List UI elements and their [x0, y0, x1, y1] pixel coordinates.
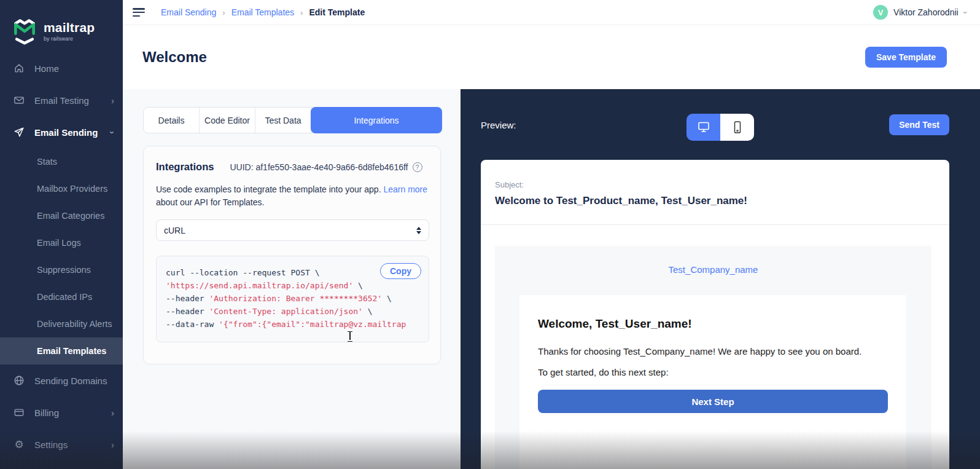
- breadcrumb-email-templates[interactable]: Email Templates: [231, 7, 294, 17]
- sidebar-nav: ⚙ Home Email Testing › Email Sending ›: [0, 52, 123, 460]
- sidebar-item-sending-domains[interactable]: Sending Domains: [0, 365, 123, 396]
- chevron-down-icon: ›: [108, 131, 117, 134]
- breadcrumb-current: Edit Template: [309, 7, 365, 17]
- sidebar-item-label: Email Logs: [37, 238, 81, 248]
- template-tabs: Details Code Editor Test Data Integratio…: [143, 107, 442, 133]
- sidebar-item-label: Billing: [34, 408, 59, 418]
- sidebar-item-label: Suppressions: [37, 265, 91, 275]
- sidebar-item-suppressions[interactable]: Suppressions: [0, 256, 123, 283]
- mobile-icon: [733, 120, 742, 134]
- email-body-text: Thanks for choosing Test_Company_name! W…: [538, 346, 888, 357]
- sidebar-item-label: Email Templates: [37, 346, 106, 356]
- integrations-heading: Integrations: [156, 161, 214, 173]
- credit-card-icon: [12, 407, 26, 418]
- sidebar-item-label: Settings: [34, 439, 68, 450]
- sidebar: mailtrap by railsware ⚙ Home Email Testi…: [0, 0, 123, 469]
- email-subject: Welcome to Test_Product_name, Test_User_…: [495, 195, 949, 207]
- content: Details Code Editor Test Data Integratio…: [123, 89, 980, 469]
- sidebar-item-deliverability-alerts[interactable]: Deliverability Alerts: [0, 310, 123, 337]
- device-toggle: [686, 114, 754, 141]
- sidebar-item-settings[interactable]: ⚙ Settings ›: [0, 428, 123, 460]
- tab-integrations[interactable]: Integrations: [311, 107, 442, 133]
- user-name: Viktor Zahorodnii: [893, 7, 959, 17]
- brand-name: mailtrap: [44, 20, 95, 35]
- tab-test-data[interactable]: Test Data: [255, 108, 311, 133]
- learn-more-link[interactable]: Learn more: [383, 184, 427, 194]
- chevron-down-icon: ›: [960, 11, 970, 14]
- sidebar-item-label: Email Categories: [37, 211, 104, 221]
- sidebar-item-label: Mailbox Providers: [37, 184, 107, 194]
- template-editor-pane: Details Code Editor Test Data Integratio…: [123, 89, 461, 469]
- copy-button[interactable]: Copy: [380, 263, 421, 279]
- mailtrap-app: mailtrap by railsware ⚙ Home Email Testi…: [0, 0, 980, 469]
- chevron-right-icon: ›: [111, 408, 114, 417]
- sidebar-item-home[interactable]: ⚙ Home: [0, 52, 123, 84]
- page-title: Welcome: [142, 49, 207, 66]
- sidebar-item-stats[interactable]: Stats: [0, 148, 123, 175]
- sidebar-item-email-templates[interactable]: Email Templates: [0, 337, 123, 365]
- next-step-button[interactable]: Next Step: [538, 390, 888, 413]
- preview-header: Preview: Send Test: [461, 89, 980, 160]
- sidebar-item-email-sending[interactable]: Email Sending ›: [0, 116, 123, 148]
- topbar: Email Sending › Email Templates › Edit T…: [123, 0, 980, 25]
- avatar: V: [873, 5, 888, 20]
- sidebar-item-email-categories[interactable]: Email Categories: [0, 202, 123, 229]
- sidebar-item-label: Email Testing: [34, 95, 89, 106]
- sidebar-item-label: Dedicated IPs: [37, 292, 92, 302]
- email-body-card: Welcome, Test_User_name! Thanks for choo…: [519, 295, 906, 469]
- mailtrap-logo[interactable]: mailtrap by railsware: [0, 0, 123, 52]
- divider: [481, 224, 949, 225]
- sidebar-item-label: Home: [34, 63, 59, 74]
- mailtrap-logo-icon: [11, 17, 38, 45]
- sidebar-item-dedicated-ips[interactable]: Dedicated IPs: [0, 283, 123, 310]
- preview-label: Preview:: [481, 120, 516, 130]
- email-preview-card: Subject: Welcome to Test_Product_name, T…: [481, 160, 949, 469]
- sidebar-item-label: Deliverability Alerts: [37, 319, 112, 329]
- code-line: --data-raw '{"from":{"email":"mailtrap@v…: [166, 318, 421, 331]
- sidebar-item-label: Sending Domains: [34, 376, 107, 386]
- code-snippet[interactable]: curl --location --request POST \ 'https:…: [156, 256, 429, 342]
- template-uuid: UUID: af1fe550-3aae-4e40-9a66-6d8feb4616…: [230, 162, 408, 172]
- description-text: Use code examples to integrate the templ…: [156, 184, 383, 194]
- sidebar-item-mailbox-providers[interactable]: Mailbox Providers: [0, 175, 123, 202]
- desktop-icon: [697, 121, 710, 133]
- breadcrumb-separator: ›: [222, 8, 225, 17]
- code-line: --header 'Content-Type: application/json…: [166, 305, 421, 318]
- home-icon: [12, 63, 26, 74]
- desktop-preview-button[interactable]: [686, 114, 720, 141]
- sidebar-item-label: Stats: [37, 157, 57, 167]
- user-menu[interactable]: V Viktor Zahorodnii ›: [873, 5, 966, 20]
- save-template-button[interactable]: Save Template: [865, 47, 947, 68]
- email-body-background: Test_Company_name Welcome, Test_User_nam…: [495, 246, 931, 469]
- gear-icon: ⚙: [12, 438, 26, 451]
- breadcrumb: Email Sending › Email Templates › Edit T…: [161, 7, 365, 17]
- description-text: about our API for Templates.: [156, 197, 264, 207]
- send-icon: [12, 127, 26, 138]
- company-name-link[interactable]: Test_Company_name: [495, 264, 931, 275]
- language-select-value: cURL: [164, 226, 185, 235]
- select-arrows-icon: [416, 227, 421, 234]
- mobile-preview-button[interactable]: [720, 114, 754, 141]
- sidebar-item-email-testing[interactable]: Email Testing ›: [0, 84, 123, 116]
- brand-tagline: by railsware: [44, 36, 95, 42]
- tab-details[interactable]: Details: [144, 108, 200, 133]
- tab-code-editor[interactable]: Code Editor: [200, 108, 255, 133]
- subject-label: Subject:: [495, 180, 949, 189]
- globe-icon: [12, 375, 26, 386]
- breadcrumb-separator: ›: [300, 8, 303, 17]
- preview-pane: Preview: Send Test Subject: Welcome to T…: [461, 89, 980, 469]
- sidebar-item-label: Email Sending: [34, 127, 98, 138]
- page-header: Welcome Save Template: [123, 25, 980, 89]
- breadcrumb-email-sending[interactable]: Email Sending: [161, 7, 216, 17]
- sidebar-item-email-logs[interactable]: Email Logs: [0, 229, 123, 256]
- hamburger-menu-icon[interactable]: [133, 8, 145, 17]
- email-heading: Welcome, Test_User_name!: [538, 317, 888, 331]
- chevron-right-icon: ›: [111, 440, 114, 449]
- send-test-button[interactable]: Send Test: [889, 114, 949, 135]
- integrations-description: Use code examples to integrate the templ…: [156, 183, 428, 209]
- sidebar-item-billing[interactable]: Billing ›: [0, 396, 123, 428]
- language-select[interactable]: cURL: [156, 219, 429, 241]
- code-line: --header 'Authorization: Bearer ********…: [166, 292, 421, 305]
- chevron-right-icon: ›: [111, 96, 114, 105]
- help-icon[interactable]: ?: [413, 162, 422, 172]
